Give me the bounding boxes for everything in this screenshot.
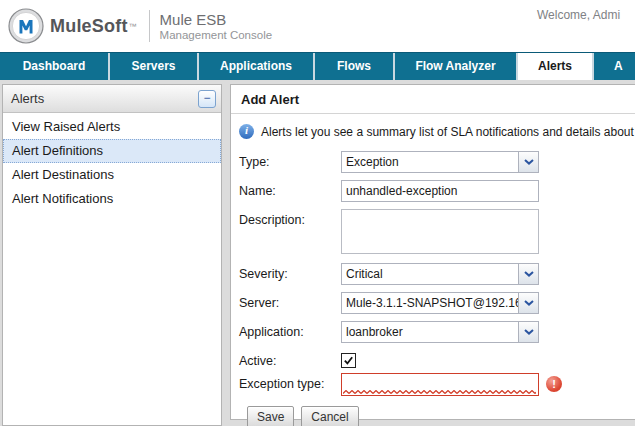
exception-type-label: Exception type: bbox=[239, 373, 341, 391]
active-row: Active: bbox=[239, 350, 635, 368]
chevron-down-icon[interactable] bbox=[518, 293, 538, 313]
button-row: Save Cancel bbox=[247, 406, 635, 426]
severity-label: Severity: bbox=[239, 263, 341, 281]
product-name: Mule ESB bbox=[160, 11, 273, 28]
tab-administration-cut[interactable]: A bbox=[594, 53, 635, 80]
chevron-down-icon[interactable] bbox=[518, 152, 538, 172]
type-select-value: Exception bbox=[342, 152, 518, 172]
description-label: Description: bbox=[239, 209, 341, 227]
validation-squiggle bbox=[343, 390, 536, 394]
name-label: Name: bbox=[239, 180, 341, 198]
add-alert-form: Type: Exception Name: Description: Sever… bbox=[239, 151, 635, 426]
type-select[interactable]: Exception bbox=[341, 151, 539, 173]
brand-block: MuleSoft™ Mule ESB Management Console bbox=[8, 8, 272, 44]
server-row: Server: Mule-3.1.1-SNAPSHOT@192.16 bbox=[239, 292, 635, 314]
product-block: Mule ESB Management Console bbox=[160, 11, 273, 42]
tab-bar: Dashboard Servers Applications Flows Flo… bbox=[0, 52, 635, 80]
application-row: Application: loanbroker bbox=[239, 321, 635, 343]
info-text: Alerts let you see a summary list of SLA… bbox=[261, 125, 634, 139]
page-title: Add Alert bbox=[231, 85, 635, 114]
tab-flows[interactable]: Flows bbox=[315, 53, 393, 80]
sidebar-header: Alerts − bbox=[3, 85, 221, 113]
cancel-button[interactable]: Cancel bbox=[301, 406, 358, 426]
name-row: Name: bbox=[239, 180, 635, 202]
brand-name: MuleSoft bbox=[50, 16, 128, 37]
info-icon bbox=[239, 124, 254, 139]
application-select-value: loanbroker bbox=[342, 322, 518, 342]
error-icon bbox=[546, 376, 562, 392]
description-textarea[interactable] bbox=[341, 209, 539, 254]
sidebar-item-alert-definitions[interactable]: Alert Definitions bbox=[3, 139, 221, 163]
application-select[interactable]: loanbroker bbox=[341, 321, 539, 343]
brand-trademark: ™ bbox=[129, 22, 137, 31]
exception-type-row: Exception type: bbox=[239, 373, 635, 396]
tab-servers[interactable]: Servers bbox=[110, 53, 197, 80]
type-row: Type: Exception bbox=[239, 151, 635, 173]
chevron-down-icon[interactable] bbox=[518, 322, 538, 342]
sidebar-item-alert-destinations[interactable]: Alert Destinations bbox=[3, 163, 221, 187]
tab-dashboard[interactable]: Dashboard bbox=[0, 53, 108, 80]
header-divider bbox=[149, 10, 150, 42]
server-select-value: Mule-3.1.1-SNAPSHOT@192.16 bbox=[342, 293, 518, 313]
product-subtitle: Management Console bbox=[160, 28, 273, 42]
sidebar-panel: Alerts − View Raised Alerts Alert Defini… bbox=[2, 84, 222, 426]
collapse-panel-button[interactable]: − bbox=[198, 90, 216, 108]
severity-select[interactable]: Critical bbox=[341, 263, 539, 285]
app-header: MuleSoft™ Mule ESB Management Console We… bbox=[0, 0, 635, 52]
chevron-down-icon[interactable] bbox=[518, 264, 538, 284]
add-alert-panel: Add Alert Alerts let you see a summary l… bbox=[230, 84, 635, 420]
active-label: Active: bbox=[239, 350, 341, 368]
sidebar-item-alert-notifications[interactable]: Alert Notifications bbox=[3, 187, 221, 211]
type-label: Type: bbox=[239, 151, 341, 169]
application-label: Application: bbox=[239, 321, 341, 339]
exception-type-field-wrap bbox=[341, 373, 539, 396]
sidebar-title: Alerts bbox=[11, 91, 198, 106]
mulesoft-logo bbox=[8, 8, 44, 44]
welcome-text: Welcome, Admi bbox=[537, 8, 620, 22]
server-select[interactable]: Mule-3.1.1-SNAPSHOT@192.16 bbox=[341, 292, 539, 314]
name-input[interactable] bbox=[341, 180, 539, 202]
active-checkbox[interactable] bbox=[341, 353, 356, 368]
server-label: Server: bbox=[239, 292, 341, 310]
check-icon bbox=[343, 355, 354, 366]
tab-alerts[interactable]: Alerts bbox=[518, 53, 592, 80]
save-button[interactable]: Save bbox=[247, 406, 294, 426]
info-banner: Alerts let you see a summary list of SLA… bbox=[239, 124, 635, 139]
tab-applications[interactable]: Applications bbox=[199, 53, 313, 80]
content-area: Alerts − View Raised Alerts Alert Defini… bbox=[0, 80, 635, 426]
tab-flow-analyzer[interactable]: Flow Analyzer bbox=[395, 53, 516, 80]
severity-select-value: Critical bbox=[342, 264, 518, 284]
sidebar-list: View Raised Alerts Alert Definitions Ale… bbox=[3, 115, 221, 211]
severity-row: Severity: Critical bbox=[239, 263, 635, 285]
sidebar-item-view-raised-alerts[interactable]: View Raised Alerts bbox=[3, 115, 221, 139]
description-row: Description: bbox=[239, 209, 635, 254]
